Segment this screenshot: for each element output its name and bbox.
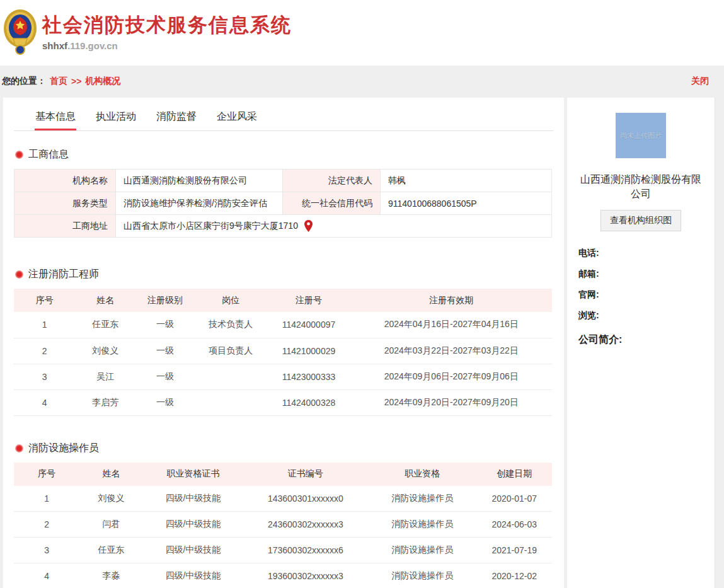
col-reg-level: 注册级别: [135, 289, 195, 312]
cell-name: 任亚东: [75, 312, 135, 338]
business-info-table: 机构名称 山西通测消防检测股份有限公司 法定代表人 韩枫 服务类型 消防设施维护…: [14, 169, 552, 238]
col-cert-number: 证书编号: [243, 463, 368, 486]
breadcrumb-label: 您的位置：: [2, 76, 46, 87]
biz-label-service-type: 服务类型: [14, 192, 116, 215]
table-row: 2 闫君 四级/中级技能 243600302xxxxxx3 消防设施操作员 20…: [14, 512, 552, 538]
close-button[interactable]: 关闭: [691, 76, 709, 87]
cell-validity: 2024年03月22日-2027年03月22日: [351, 338, 552, 364]
cell-create-date: 2024-06-03: [476, 512, 552, 538]
section-business-info: 工商信息: [15, 148, 553, 161]
engineers-table: 序号 姓名 注册级别 岗位 注册号 注册有效期 1 任亚东 一级 技术负责人 1…: [14, 289, 552, 416]
section-bullet-icon: [15, 444, 23, 453]
cell-qualification: 消防设施操作员: [368, 512, 477, 538]
view-org-chart-button[interactable]: 查看机构组织图: [600, 210, 681, 231]
tab-company-showcase[interactable]: 企业风采: [216, 105, 258, 130]
cell-create-date: 2020-01-07: [476, 486, 552, 512]
col-name: 姓名: [79, 463, 143, 486]
tab-basic-info[interactable]: 基本信息: [35, 105, 76, 130]
section-bullet-icon: [15, 270, 23, 279]
cell-qualification: 消防设施操作员: [368, 563, 477, 588]
table-row: 2 刘俊义 一级 项目负责人 11421000029 2024年03月22日-2…: [14, 338, 552, 364]
table-row: 4 李启芳 一级 11424000328 2024年09月20日-2027年09…: [14, 389, 552, 415]
col-reg-number: 注册号: [267, 289, 350, 312]
section-operators: 消防设施操作员: [15, 442, 553, 455]
biz-value-legal-rep: 韩枫: [381, 170, 552, 192]
col-validity: 注册有效期: [351, 289, 552, 312]
main-panel: 基本信息 执业活动 消防监督 企业风采 工商信息 机构名称 山西通测消防检测股份…: [3, 98, 564, 588]
section-title-business-info: 工商信息: [28, 148, 69, 161]
email-label: 邮箱:: [578, 268, 703, 280]
brand-block: 社会消防技术服务信息系统 shhxf.119.gov.cn: [42, 14, 292, 50]
biz-label-credit-code: 统一社会信用代码: [283, 192, 381, 215]
cell-cert-type: 四级/中级技能: [143, 512, 243, 538]
cell-seq: 3: [14, 538, 79, 563]
tab-practice-activity[interactable]: 执业活动: [95, 105, 137, 130]
site-domain-host: shhxf: [42, 40, 67, 51]
cell-create-date: 2021-07-19: [476, 538, 552, 563]
cell-cert-number: 173600302xxxxxx6: [243, 538, 368, 563]
cell-seq: 4: [14, 389, 75, 415]
tab-bar: 基本信息 执业活动 消防监督 企业风采: [14, 105, 553, 131]
company-profile-label: 公司简介:: [578, 333, 703, 347]
cell-qualification: 消防设施操作员: [368, 486, 477, 512]
cell-position: 项目负责人: [195, 338, 267, 364]
col-name: 姓名: [75, 289, 135, 312]
table-header-row: 序号 姓名 职业资格证书 证书编号 职业资格 创建日期: [14, 463, 552, 486]
cell-reg-level: 一级: [135, 338, 195, 364]
cell-validity: 2024年09月20日-2027年09月20日: [351, 389, 552, 415]
views-label: 浏览:: [578, 310, 703, 321]
table-row: 服务类型 消防设施维护保养检测/消防安全评估 统一社会信用代码 91140100…: [14, 192, 552, 215]
breadcrumb-separator: >>: [71, 76, 81, 86]
cell-name: 李启芳: [75, 389, 135, 415]
biz-value-address: 山西省太原市小店区康宁街9号康宁大厦1710: [124, 221, 298, 232]
map-pin-icon[interactable]: [304, 220, 313, 232]
section-title-operators: 消防设施操作员: [28, 442, 99, 455]
cell-reg-level: 一级: [135, 389, 195, 415]
cell-cert-number: 143600301xxxxxx0: [243, 486, 368, 512]
site-domain-suffix: .119.gov.cn: [67, 40, 118, 51]
breadcrumb-home-link[interactable]: 首页: [50, 76, 67, 87]
table-row: 工商地址 山西省太原市小店区康宁街9号康宁大厦1710: [14, 215, 552, 238]
biz-value-org-name: 山西通测消防检测股份有限公司: [116, 170, 283, 192]
cell-name: 刘俊义: [75, 338, 135, 364]
company-sidebar: 尚未上传图片 山西通测消防检测股份有限公司 查看机构组织图 电话: 邮箱: 官网…: [567, 98, 715, 588]
company-logo-placeholder: 尚未上传图片: [616, 113, 666, 158]
operators-table: 序号 姓名 职业资格证书 证书编号 职业资格 创建日期 1 刘俊义 四级/中级技…: [14, 463, 552, 588]
table-row: 3 吴江 一级 11423000333 2024年09月06日-2027年09月…: [14, 364, 552, 389]
col-cert-type: 职业资格证书: [143, 463, 243, 486]
cell-seq: 4: [14, 563, 79, 588]
section-engineers: 注册消防工程师: [15, 268, 553, 281]
biz-value-service-type: 消防设施维护保养检测/消防安全评估: [116, 192, 283, 215]
cell-validity: 2024年04月16日-2027年04月16日: [351, 312, 552, 338]
col-qualification: 职业资格: [368, 463, 477, 486]
cell-name: 李淼: [79, 563, 143, 588]
col-create-date: 创建日期: [476, 463, 552, 486]
website-label: 官网:: [578, 289, 703, 301]
cell-validity: 2024年09月06日-2027年09月06日: [351, 364, 552, 389]
cell-seq: 2: [14, 338, 75, 364]
site-header: 社会消防技术服务信息系统 shhxf.119.gov.cn: [0, 0, 724, 66]
placeholder-text: 尚未上传图片: [620, 131, 662, 141]
breadcrumb-current-link[interactable]: 机构概况: [85, 76, 120, 87]
cell-seq: 2: [14, 512, 79, 538]
cell-reg-number: 11424000097: [267, 312, 350, 338]
cell-cert-type: 四级/中级技能: [143, 563, 243, 588]
cell-create-date: 2020-12-02: [476, 563, 552, 588]
cell-reg-number: 11424000328: [267, 389, 350, 415]
cell-position: [195, 389, 267, 415]
cell-seq: 1: [14, 312, 75, 338]
cell-name: 吴江: [75, 364, 135, 389]
section-title-engineers: 注册消防工程师: [28, 268, 99, 281]
tab-fire-supervision[interactable]: 消防监督: [156, 105, 197, 130]
fire-department-emblem-icon: [3, 8, 37, 57]
cell-name: 刘俊义: [79, 486, 143, 512]
site-domain: shhxf.119.gov.cn: [42, 40, 292, 51]
table-row: 1 刘俊义 四级/中级技能 143600301xxxxxx0 消防设施操作员 2…: [14, 486, 552, 512]
cell-seq: 1: [14, 486, 79, 512]
site-title: 社会消防技术服务信息系统: [42, 14, 292, 36]
biz-value-credit-code: 91140100688061505P: [381, 192, 552, 215]
cell-cert-number: 243600302xxxxxx3: [243, 512, 368, 538]
biz-label-address: 工商地址: [14, 215, 116, 238]
table-header-row: 序号 姓名 注册级别 岗位 注册号 注册有效期: [14, 289, 552, 312]
cell-name: 闫君: [79, 512, 143, 538]
